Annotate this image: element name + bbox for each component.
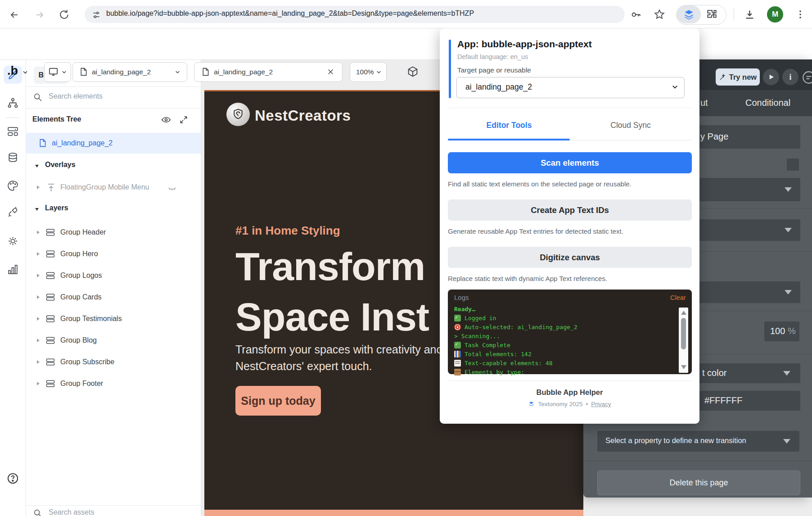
close-icon[interactable]: [327, 68, 334, 76]
key-icon[interactable]: [630, 9, 641, 20]
components-icon[interactable]: [7, 125, 19, 137]
color-hex-value: #FFFFFF: [704, 395, 742, 406]
caret-right-icon: [37, 382, 40, 385]
scan-elements-button[interactable]: Scan elements: [448, 152, 692, 173]
tree-item-label: Group Hero: [60, 250, 98, 258]
brand-name: NestCreators: [255, 107, 351, 124]
scan-caption: Find all static text elements on the sel…: [448, 180, 632, 188]
group-icon: [45, 227, 55, 237]
eye-closed-icon[interactable]: [167, 184, 177, 194]
tab-conditional[interactable]: Conditional: [745, 98, 790, 108]
tree-item-group-hero[interactable]: Group Hero: [26, 245, 201, 263]
tree-item-floatinggroup[interactable]: FloatingGroup Mobile Menu: [60, 183, 149, 191]
log-line: Total elements: 142: [454, 349, 532, 358]
logs-title: Logs: [454, 294, 469, 301]
elements-tree-title: Elements Tree: [32, 115, 81, 123]
tree-item-page-label: ai_landing_page_2: [52, 139, 113, 147]
scrollbar-thumb[interactable]: [681, 318, 686, 349]
back-icon[interactable]: [9, 9, 20, 20]
browser-avatar[interactable]: M: [767, 6, 783, 23]
create-app-text-ids-button[interactable]: Create App Text IDs: [448, 199, 692, 221]
logs-clear-button[interactable]: Clear: [670, 294, 686, 301]
signup-button[interactable]: Sign up today: [235, 386, 321, 416]
reload-icon[interactable]: [59, 9, 70, 20]
bubble-logo[interactable]: .b: [7, 64, 18, 78]
target-page-value: ai_landing_page_2: [465, 82, 532, 92]
divider: [734, 8, 734, 21]
dropdown-arrow-icon: [785, 187, 792, 192]
divider: [26, 86, 201, 87]
tree-item-label: Group Blog: [60, 336, 97, 344]
caret-right-icon: [37, 295, 40, 299]
play-icon[interactable]: [763, 69, 779, 85]
delete-page-button[interactable]: Delete this page: [597, 471, 800, 495]
zoom-selector[interactable]: 100%: [350, 62, 387, 82]
database-icon[interactable]: [7, 152, 19, 164]
caret-down-icon[interactable]: [35, 165, 39, 167]
footer-separator: •: [586, 401, 588, 407]
tab-layout[interactable]: ut: [700, 98, 708, 108]
url-text[interactable]: bubble.io/page?id=bubble-app-json-apptex…: [106, 9, 474, 18]
puzzle-icon[interactable]: [706, 9, 717, 20]
privacy-link[interactable]: Privacy: [591, 401, 611, 407]
device-selector[interactable]: [44, 62, 71, 82]
divider: [449, 380, 692, 381]
search-elements-input[interactable]: [48, 92, 158, 101]
caret-right-icon[interactable]: [37, 186, 40, 189]
download-icon[interactable]: [744, 9, 756, 21]
tab-cloud-sync[interactable]: Cloud Sync: [570, 121, 691, 130]
tab-editor-tools[interactable]: Editor Tools: [449, 121, 569, 130]
caret-down-icon[interactable]: [35, 208, 39, 211]
tree-item-group-subscribe[interactable]: Group Subscribe: [26, 353, 201, 371]
tree-item-group-footer[interactable]: Group Footer: [26, 375, 201, 393]
try-new-button[interactable]: Try new: [716, 68, 760, 86]
search-icon: [33, 92, 43, 102]
forward-icon[interactable]: [34, 9, 45, 20]
opacity-field[interactable]: 100 %: [764, 321, 799, 341]
search-icon: [33, 508, 43, 516]
palette-icon[interactable]: [7, 180, 19, 192]
page-selector[interactable]: ai_landing_page_2: [72, 62, 187, 82]
help-icon[interactable]: [6, 472, 19, 485]
dropdown-arrow-icon: [785, 290, 792, 294]
cube-icon[interactable]: [406, 65, 419, 78]
background-style-value: t color: [702, 368, 726, 378]
tree-item-label: Group Logos: [60, 272, 102, 280]
digitize-canvas-button[interactable]: Digitize canvas: [448, 247, 692, 268]
transition-dropdown[interactable]: Select a property to define a new transi…: [597, 431, 799, 452]
scroll-up-icon[interactable]: [681, 311, 686, 315]
tree-item-group-header[interactable]: Group Header: [26, 223, 201, 241]
star-icon[interactable]: [654, 9, 665, 20]
checkbox[interactable]: [787, 158, 799, 171]
layers-extension-icon[interactable]: [683, 9, 695, 21]
chart-icon[interactable]: [7, 263, 19, 276]
hero-paragraph-line1: Transform your spaces with creativity an…: [235, 341, 442, 358]
search-assets-input[interactable]: [48, 508, 158, 516]
package-icon: [454, 369, 461, 376]
menu-dots-icon[interactable]: [795, 9, 806, 20]
expand-icon[interactable]: [179, 115, 188, 124]
plug-icon[interactable]: [7, 206, 19, 218]
caret-right-icon: [37, 274, 40, 277]
info-icon[interactable]: i: [782, 69, 798, 85]
chevron-down-icon[interactable]: [22, 69, 29, 76]
tree-item-group-cards[interactable]: Group Cards: [26, 288, 201, 306]
comment-icon[interactable]: [801, 70, 812, 85]
tree-section-overlays[interactable]: Overlays: [45, 161, 76, 169]
gear-icon[interactable]: [7, 235, 19, 247]
eye-icon[interactable]: [161, 115, 171, 125]
tree-item-label: Group Footer: [60, 380, 103, 388]
tree-section-layers[interactable]: Layers: [45, 204, 68, 212]
page-tab[interactable]: ai_landing_page_2: [194, 62, 343, 82]
tree-item-group-testimonials[interactable]: Group Testimonials: [26, 310, 201, 328]
hero-heading: Transform Space Inst: [235, 241, 429, 342]
tune-icon[interactable]: [92, 10, 101, 19]
tree-item-group-blog[interactable]: Group Blog: [26, 331, 201, 349]
scroll-down-icon[interactable]: [681, 365, 686, 369]
log-line: Ready…: [454, 304, 475, 313]
tree-item-group-logos[interactable]: Group Logos: [26, 267, 201, 285]
hero-paragraph-line2: NestCreators' expert touch.: [235, 358, 442, 375]
log-line: Auto-selected: ai_landing_page_2: [454, 322, 577, 331]
hierarchy-icon[interactable]: [7, 97, 19, 109]
footer-brand: Textonomy 2025: [538, 401, 582, 407]
